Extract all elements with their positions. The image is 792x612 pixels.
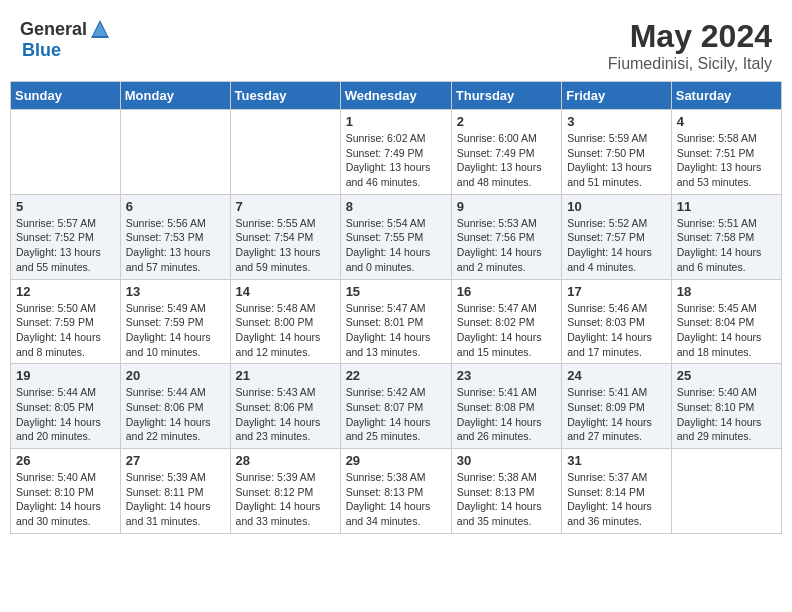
calendar-cell: 6Sunrise: 5:56 AM Sunset: 7:53 PM Daylig…	[120, 194, 230, 279]
day-info: Sunrise: 5:50 AM Sunset: 7:59 PM Dayligh…	[16, 301, 115, 360]
subtitle: Fiumedinisi, Sicily, Italy	[608, 55, 772, 73]
week-row-2: 5Sunrise: 5:57 AM Sunset: 7:52 PM Daylig…	[11, 194, 782, 279]
logo-icon	[89, 18, 111, 40]
day-number: 8	[346, 199, 446, 214]
week-row-5: 26Sunrise: 5:40 AM Sunset: 8:10 PM Dayli…	[11, 449, 782, 534]
weekday-header-wednesday: Wednesday	[340, 82, 451, 110]
day-info: Sunrise: 5:38 AM Sunset: 8:13 PM Dayligh…	[457, 470, 556, 529]
calendar-cell: 7Sunrise: 5:55 AM Sunset: 7:54 PM Daylig…	[230, 194, 340, 279]
day-info: Sunrise: 5:39 AM Sunset: 8:12 PM Dayligh…	[236, 470, 335, 529]
calendar-cell: 29Sunrise: 5:38 AM Sunset: 8:13 PM Dayli…	[340, 449, 451, 534]
day-info: Sunrise: 5:46 AM Sunset: 8:03 PM Dayligh…	[567, 301, 666, 360]
calendar-cell: 16Sunrise: 5:47 AM Sunset: 8:02 PM Dayli…	[451, 279, 561, 364]
calendar-cell: 14Sunrise: 5:48 AM Sunset: 8:00 PM Dayli…	[230, 279, 340, 364]
weekday-header-friday: Friday	[562, 82, 672, 110]
day-number: 29	[346, 453, 446, 468]
day-info: Sunrise: 5:55 AM Sunset: 7:54 PM Dayligh…	[236, 216, 335, 275]
calendar-cell: 4Sunrise: 5:58 AM Sunset: 7:51 PM Daylig…	[671, 110, 781, 195]
calendar-cell	[671, 449, 781, 534]
calendar-table: SundayMondayTuesdayWednesdayThursdayFrid…	[10, 81, 782, 534]
day-info: Sunrise: 5:47 AM Sunset: 8:02 PM Dayligh…	[457, 301, 556, 360]
weekday-header-sunday: Sunday	[11, 82, 121, 110]
day-number: 13	[126, 284, 225, 299]
day-number: 12	[16, 284, 115, 299]
day-info: Sunrise: 5:49 AM Sunset: 7:59 PM Dayligh…	[126, 301, 225, 360]
day-info: Sunrise: 5:59 AM Sunset: 7:50 PM Dayligh…	[567, 131, 666, 190]
day-info: Sunrise: 5:45 AM Sunset: 8:04 PM Dayligh…	[677, 301, 776, 360]
calendar-cell	[11, 110, 121, 195]
calendar-cell: 2Sunrise: 6:00 AM Sunset: 7:49 PM Daylig…	[451, 110, 561, 195]
day-info: Sunrise: 5:42 AM Sunset: 8:07 PM Dayligh…	[346, 385, 446, 444]
day-info: Sunrise: 5:54 AM Sunset: 7:55 PM Dayligh…	[346, 216, 446, 275]
calendar-cell: 24Sunrise: 5:41 AM Sunset: 8:09 PM Dayli…	[562, 364, 672, 449]
calendar-cell: 22Sunrise: 5:42 AM Sunset: 8:07 PM Dayli…	[340, 364, 451, 449]
day-info: Sunrise: 6:00 AM Sunset: 7:49 PM Dayligh…	[457, 131, 556, 190]
weekday-header-tuesday: Tuesday	[230, 82, 340, 110]
day-number: 10	[567, 199, 666, 214]
day-number: 1	[346, 114, 446, 129]
calendar-cell: 8Sunrise: 5:54 AM Sunset: 7:55 PM Daylig…	[340, 194, 451, 279]
calendar-cell	[120, 110, 230, 195]
day-number: 25	[677, 368, 776, 383]
calendar-cell	[230, 110, 340, 195]
day-info: Sunrise: 5:37 AM Sunset: 8:14 PM Dayligh…	[567, 470, 666, 529]
day-number: 19	[16, 368, 115, 383]
day-info: Sunrise: 5:43 AM Sunset: 8:06 PM Dayligh…	[236, 385, 335, 444]
day-info: Sunrise: 5:56 AM Sunset: 7:53 PM Dayligh…	[126, 216, 225, 275]
calendar-cell: 31Sunrise: 5:37 AM Sunset: 8:14 PM Dayli…	[562, 449, 672, 534]
day-number: 30	[457, 453, 556, 468]
svg-marker-1	[93, 23, 107, 36]
page-header: General Blue May 2024 Fiumedinisi, Sicil…	[10, 10, 782, 77]
logo-general: General	[20, 19, 87, 40]
day-info: Sunrise: 5:58 AM Sunset: 7:51 PM Dayligh…	[677, 131, 776, 190]
day-info: Sunrise: 5:52 AM Sunset: 7:57 PM Dayligh…	[567, 216, 666, 275]
calendar-cell: 26Sunrise: 5:40 AM Sunset: 8:10 PM Dayli…	[11, 449, 121, 534]
title-block: May 2024 Fiumedinisi, Sicily, Italy	[608, 18, 772, 73]
logo: General Blue	[20, 18, 111, 61]
day-info: Sunrise: 5:51 AM Sunset: 7:58 PM Dayligh…	[677, 216, 776, 275]
day-number: 28	[236, 453, 335, 468]
weekday-header-monday: Monday	[120, 82, 230, 110]
day-info: Sunrise: 5:44 AM Sunset: 8:05 PM Dayligh…	[16, 385, 115, 444]
logo-blue: Blue	[22, 40, 61, 60]
week-row-3: 12Sunrise: 5:50 AM Sunset: 7:59 PM Dayli…	[11, 279, 782, 364]
day-info: Sunrise: 5:47 AM Sunset: 8:01 PM Dayligh…	[346, 301, 446, 360]
day-info: Sunrise: 6:02 AM Sunset: 7:49 PM Dayligh…	[346, 131, 446, 190]
day-number: 23	[457, 368, 556, 383]
main-title: May 2024	[608, 18, 772, 55]
day-number: 31	[567, 453, 666, 468]
calendar-cell: 9Sunrise: 5:53 AM Sunset: 7:56 PM Daylig…	[451, 194, 561, 279]
day-info: Sunrise: 5:40 AM Sunset: 8:10 PM Dayligh…	[677, 385, 776, 444]
calendar-cell: 10Sunrise: 5:52 AM Sunset: 7:57 PM Dayli…	[562, 194, 672, 279]
calendar-cell: 27Sunrise: 5:39 AM Sunset: 8:11 PM Dayli…	[120, 449, 230, 534]
calendar-cell: 15Sunrise: 5:47 AM Sunset: 8:01 PM Dayli…	[340, 279, 451, 364]
week-row-4: 19Sunrise: 5:44 AM Sunset: 8:05 PM Dayli…	[11, 364, 782, 449]
calendar-cell: 19Sunrise: 5:44 AM Sunset: 8:05 PM Dayli…	[11, 364, 121, 449]
day-number: 6	[126, 199, 225, 214]
day-info: Sunrise: 5:39 AM Sunset: 8:11 PM Dayligh…	[126, 470, 225, 529]
day-number: 14	[236, 284, 335, 299]
calendar-cell: 21Sunrise: 5:43 AM Sunset: 8:06 PM Dayli…	[230, 364, 340, 449]
weekday-header-thursday: Thursday	[451, 82, 561, 110]
day-number: 7	[236, 199, 335, 214]
day-number: 2	[457, 114, 556, 129]
calendar-cell: 28Sunrise: 5:39 AM Sunset: 8:12 PM Dayli…	[230, 449, 340, 534]
calendar-cell: 5Sunrise: 5:57 AM Sunset: 7:52 PM Daylig…	[11, 194, 121, 279]
day-number: 11	[677, 199, 776, 214]
weekday-header-row: SundayMondayTuesdayWednesdayThursdayFrid…	[11, 82, 782, 110]
day-info: Sunrise: 5:41 AM Sunset: 8:08 PM Dayligh…	[457, 385, 556, 444]
day-number: 17	[567, 284, 666, 299]
calendar-cell: 1Sunrise: 6:02 AM Sunset: 7:49 PM Daylig…	[340, 110, 451, 195]
day-number: 16	[457, 284, 556, 299]
day-number: 4	[677, 114, 776, 129]
day-number: 27	[126, 453, 225, 468]
weekday-header-saturday: Saturday	[671, 82, 781, 110]
calendar-cell: 11Sunrise: 5:51 AM Sunset: 7:58 PM Dayli…	[671, 194, 781, 279]
day-info: Sunrise: 5:40 AM Sunset: 8:10 PM Dayligh…	[16, 470, 115, 529]
calendar-cell: 13Sunrise: 5:49 AM Sunset: 7:59 PM Dayli…	[120, 279, 230, 364]
day-number: 24	[567, 368, 666, 383]
day-number: 21	[236, 368, 335, 383]
day-info: Sunrise: 5:48 AM Sunset: 8:00 PM Dayligh…	[236, 301, 335, 360]
day-info: Sunrise: 5:57 AM Sunset: 7:52 PM Dayligh…	[16, 216, 115, 275]
calendar-cell: 30Sunrise: 5:38 AM Sunset: 8:13 PM Dayli…	[451, 449, 561, 534]
